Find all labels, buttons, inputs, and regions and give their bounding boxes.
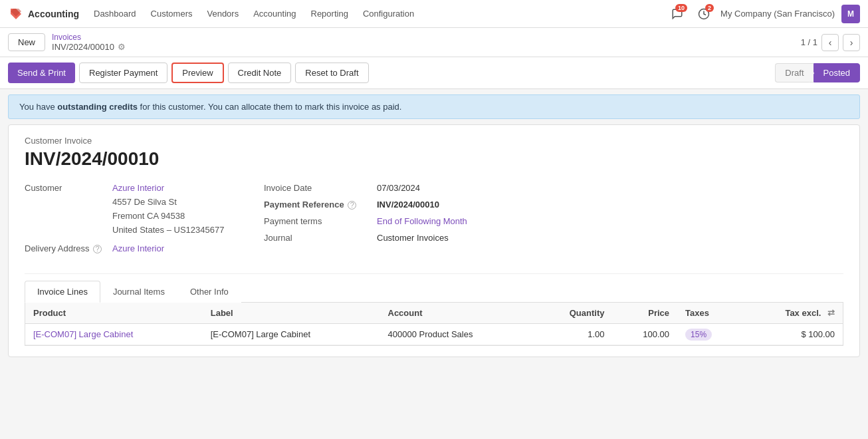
clock-button[interactable]: 2: [694, 4, 714, 24]
customer-details: Customer Azure Interior 4557 De Silva St…: [25, 183, 237, 257]
action-bar: Send & Print Register Payment Preview Cr…: [0, 57, 868, 89]
register-payment-button[interactable]: Register Payment: [79, 63, 167, 83]
new-button[interactable]: New: [8, 33, 45, 51]
outstanding-credits-alert: You have outstanding credits for this cu…: [8, 94, 860, 119]
pagination-text: 1 / 1: [801, 37, 817, 47]
invoice-tabs: Invoice Lines Journal Items Other Info: [25, 281, 843, 303]
delivery-value[interactable]: Azure Interior: [112, 243, 164, 253]
status-posted[interactable]: Posted: [814, 63, 860, 82]
customer-row: Customer Azure Interior: [25, 183, 237, 193]
payment-ref-value[interactable]: INV/2024/00010: [377, 200, 439, 210]
invoice-date-value[interactable]: 07/03/2024: [377, 183, 420, 193]
breadcrumb-path: Invoices INV/2024/00010 ⚙: [52, 33, 126, 52]
breadcrumb-current-text: INV/2024/00010: [52, 42, 114, 52]
breadcrumb-right: 1 / 1 ‹ ›: [801, 34, 860, 51]
tab-journal-items[interactable]: Journal Items: [100, 281, 177, 303]
next-record-button[interactable]: ›: [843, 34, 860, 51]
col-account: Account: [380, 303, 535, 324]
col-taxes: Taxes: [677, 303, 742, 324]
journal-label: Journal: [264, 233, 370, 243]
nav-menu: Dashboard Customers Vendors Accounting R…: [87, 6, 665, 21]
table-row: [E-COM07] Large Cabinet [E-COM07] Large …: [25, 324, 843, 345]
delivery-label-text: Delivery Address: [25, 243, 90, 253]
app-logo-icon: [8, 6, 24, 22]
nav-configuration[interactable]: Configuration: [356, 6, 421, 21]
customer-label: Customer: [25, 183, 104, 193]
invoice-lines-table-wrap: Product Label Account Quantity Price Tax…: [25, 303, 843, 346]
invoice-form: Customer Invoice INV/2024/00010 Customer…: [8, 124, 860, 357]
delivery-label: Delivery Address ?: [25, 243, 104, 253]
delivery-help-icon: ?: [93, 245, 102, 253]
reset-draft-button[interactable]: Reset to Draft: [295, 63, 368, 83]
breadcrumb-left: New Invoices INV/2024/00010 ⚙: [8, 33, 126, 52]
tax-badge: 15%: [685, 329, 712, 341]
company-name: My Company (San Francisco): [720, 9, 835, 19]
cell-quantity: 1.00: [534, 324, 612, 345]
avatar[interactable]: M: [841, 5, 860, 23]
status-draft[interactable]: Draft: [775, 63, 813, 82]
prev-record-button[interactable]: ‹: [821, 34, 839, 51]
divider: [25, 273, 843, 274]
customer-address: 4557 De Silva St Fremont CA 94538 United…: [112, 196, 237, 237]
invoice-type-label: Customer Invoice: [25, 136, 843, 146]
invoice-number: INV/2024/00010: [25, 148, 843, 170]
column-settings-icon[interactable]: ⇄: [827, 308, 835, 318]
cell-label: [E-COM07] Large Cabinet: [203, 324, 380, 345]
col-price: Price: [612, 303, 677, 324]
col-quantity: Quantity: [534, 303, 612, 324]
journal-value[interactable]: Customer Invoices: [377, 233, 449, 243]
invoice-date-label: Invoice Date: [264, 183, 370, 193]
tab-other-info[interactable]: Other Info: [177, 281, 241, 303]
preview-button[interactable]: Preview: [171, 63, 223, 83]
breadcrumb-bar: New Invoices INV/2024/00010 ⚙ 1 / 1 ‹ ›: [0, 28, 868, 57]
breadcrumb-parent[interactable]: Invoices: [52, 33, 126, 42]
messages-button[interactable]: 10: [667, 4, 687, 24]
nav-dashboard[interactable]: Dashboard: [87, 6, 143, 21]
addr-line1: 4557 De Silva St: [112, 197, 177, 207]
breadcrumb-current: INV/2024/00010 ⚙: [52, 42, 126, 52]
payment-terms-value[interactable]: End of Following Month: [377, 216, 467, 226]
credit-note-button[interactable]: Credit Note: [228, 63, 292, 83]
alert-text-before: You have: [19, 102, 57, 112]
nav-customers[interactable]: Customers: [144, 6, 199, 21]
status-bar: Draft Posted: [775, 63, 860, 82]
addr-line3: United States – US12345677: [112, 225, 224, 235]
clock-count: 2: [705, 4, 714, 12]
col-label: Label: [203, 303, 380, 324]
tab-invoice-lines[interactable]: Invoice Lines: [25, 281, 100, 303]
send-print-button[interactable]: Send & Print: [8, 63, 75, 83]
top-navigation: Accounting Dashboard Customers Vendors A…: [0, 0, 868, 28]
delivery-row: Delivery Address ? Azure Interior: [25, 243, 237, 253]
settings-icon[interactable]: ⚙: [118, 42, 126, 52]
payment-ref-row: Payment Reference ? INV/2024/00010: [264, 200, 843, 210]
cell-tax-excl: $ 100.00: [742, 324, 843, 345]
nav-reporting[interactable]: Reporting: [304, 6, 355, 21]
invoice-right-details: Invoice Date 07/03/2024 Payment Referenc…: [264, 183, 843, 257]
payment-ref-label-text: Payment Reference: [264, 200, 344, 210]
product-link[interactable]: [E-COM07] Large Cabinet: [33, 329, 133, 339]
cell-product: [E-COM07] Large Cabinet: [25, 324, 203, 345]
payment-ref-help-icon: ?: [348, 201, 356, 210]
invoice-date-row: Invoice Date 07/03/2024: [264, 183, 843, 193]
nav-accounting[interactable]: Accounting: [247, 6, 302, 21]
brand-label: Accounting: [28, 9, 79, 19]
payment-terms-row: Payment terms End of Following Month: [264, 216, 843, 226]
addr-line2: Fremont CA 94538: [112, 211, 185, 221]
col-product: Product: [25, 303, 203, 324]
payment-terms-label: Payment terms: [264, 216, 370, 226]
col-tax-excl: Tax excl. ⇄: [742, 303, 843, 324]
nav-vendors[interactable]: Vendors: [200, 6, 245, 21]
cell-account: 400000 Product Sales: [380, 324, 535, 345]
topnav-right: 10 2 My Company (San Francisco) M: [667, 4, 860, 24]
customer-link[interactable]: Azure Interior: [112, 183, 164, 193]
cell-taxes: 15%: [677, 324, 742, 345]
journal-row: Journal Customer Invoices: [264, 233, 843, 243]
payment-ref-label: Payment Reference ?: [264, 200, 370, 210]
alert-bold-text: outstanding credits: [57, 102, 138, 112]
alert-text-after: for this customer. You can allocate them…: [138, 102, 401, 112]
cell-price: 100.00: [612, 324, 677, 345]
invoice-lines-table: Product Label Account Quantity Price Tax…: [25, 303, 843, 345]
app-logo[interactable]: Accounting: [8, 6, 79, 22]
action-buttons: Send & Print Register Payment Preview Cr…: [8, 63, 369, 83]
invoice-details: Customer Azure Interior 4557 De Silva St…: [25, 183, 843, 257]
